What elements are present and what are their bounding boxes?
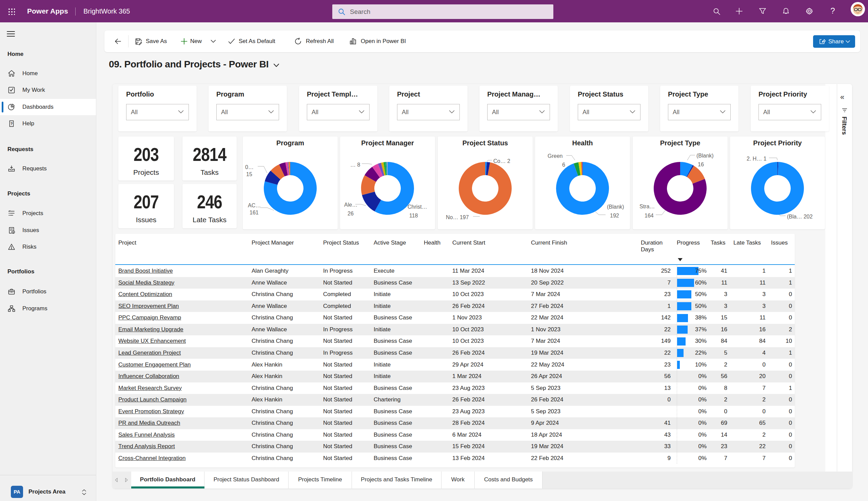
svg-text:?: ? — [11, 121, 13, 126]
